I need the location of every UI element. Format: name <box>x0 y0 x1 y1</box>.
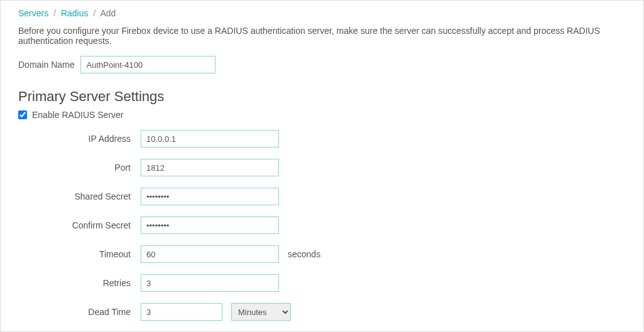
retries-row: Retries <box>18 274 626 292</box>
enable-radius-label: Enable RADIUS Server <box>32 110 124 120</box>
breadcrumb-radius[interactable]: Radius <box>61 8 89 18</box>
ip-address-input[interactable] <box>141 130 279 147</box>
confirm-secret-row: Confirm Secret <box>18 217 626 234</box>
dead-time-input[interactable] <box>141 303 222 321</box>
enable-radius-row: Enable RADIUS Server <box>18 110 626 120</box>
shared-secret-label: Shared Secret <box>18 191 141 201</box>
ip-address-label: IP Address <box>18 134 141 144</box>
domain-name-input[interactable] <box>80 56 216 73</box>
enable-radius-checkbox[interactable] <box>18 110 27 119</box>
breadcrumb-current: Add <box>100 8 116 18</box>
breadcrumb-sep: / <box>53 8 56 18</box>
section-title: Primary Server Settings <box>18 88 626 105</box>
port-row: Port <box>18 159 626 176</box>
timeout-unit: seconds <box>288 249 320 259</box>
port-input[interactable] <box>141 159 279 176</box>
domain-name-label: Domain Name <box>18 60 74 70</box>
ip-address-row: IP Address <box>18 130 626 147</box>
dead-time-unit-select[interactable]: Minutes <box>231 303 291 321</box>
breadcrumb-servers[interactable]: Servers <box>18 8 48 18</box>
shared-secret-input[interactable] <box>141 188 279 205</box>
dead-time-label: Dead Time <box>18 307 141 317</box>
confirm-secret-input[interactable] <box>141 217 279 234</box>
confirm-secret-label: Confirm Secret <box>18 220 141 230</box>
timeout-label: Timeout <box>18 249 141 259</box>
port-label: Port <box>18 163 141 173</box>
dead-time-row: Dead Time Minutes <box>18 303 626 321</box>
retries-label: Retries <box>18 278 141 288</box>
timeout-input[interactable] <box>141 245 279 263</box>
breadcrumb-sep: / <box>93 8 96 18</box>
shared-secret-row: Shared Secret <box>18 188 626 205</box>
domain-name-row: Domain Name <box>18 56 626 73</box>
intro-text: Before you configure your Firebox device… <box>18 26 626 46</box>
retries-input[interactable] <box>141 274 279 292</box>
timeout-row: Timeout seconds <box>18 245 626 263</box>
breadcrumb: Servers / Radius / Add <box>18 8 626 18</box>
